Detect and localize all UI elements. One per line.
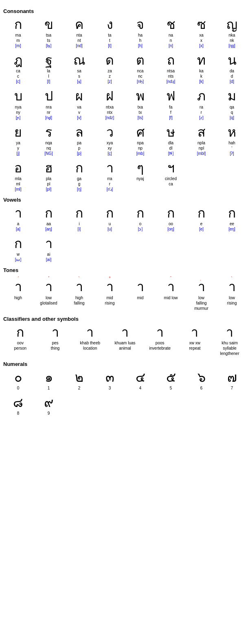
list-item: ฎ cac [c] [3,52,33,85]
consonants-title: Consonants [3,8,247,14]
list-item: ต ncanc [nḥ] [125,52,155,85]
list-item: ล pap [p] [64,124,94,157]
list-item: บ nyany [ɲ] [3,88,33,121]
vowels-row-1: า a [a] ก aa [aŋ] ก i [i] ก u [u] ก o [ɔ… [3,205,247,233]
list-item: ท kak [k] [186,52,216,85]
list-item: อ mlaml [ml] [3,160,33,193]
list-item: ๖ 6 [186,370,216,392]
list-item: ๗ 7 [217,370,247,392]
list-item: า ai [ai] [34,236,64,263]
consonants-row-3: บ nyany [ɲ] ป nranr [nd̪] ผ vav [v] ฝ nt… [3,88,247,121]
tones-title: Tones [3,267,247,273]
list-item: ถ ntsants [ndẓ] [156,52,186,85]
list-item: ก oo [oŋ] [156,205,186,233]
list-item: า a [a] [3,205,33,233]
list-item: า khab theeblocation [73,324,107,357]
numerals-title: Numerals [3,361,247,367]
list-item: า khuam luasanimal [108,324,142,357]
list-item: น dad [d] [217,52,247,85]
consonants-row-4: ย yay [j] ร nqanq [NG] ล pap [p] ว xyaxy… [3,124,247,157]
list-item: ร nqanq [NG] [34,124,64,157]
list-item: ˋ า lowrising [217,276,247,311]
list-item: ส nplanpl [mbl] [186,124,216,157]
consonants-row-1: ก mam [m] ข tsats [tṣ] ค ntant [nd] ง ta… [3,17,247,49]
classifiers-title: Classifiers and other symbols [3,316,247,322]
list-item: ษ dladl [tɬ] [156,124,186,157]
list-item: ผ vav [v] [64,88,94,121]
list-item: ˉ า mid low [156,276,186,311]
list-item: ก aa [aŋ] [34,205,64,233]
list-item: ๙ 9 [34,395,64,417]
list-item: ก gag [ŋ] [64,160,94,193]
tones-row: ˊ า high ˊ̇ า lowglotalised ˋ า highfall… [3,276,247,311]
list-item: ข tsats [tṣ] [34,17,64,49]
list-item: จ hah [h] [125,17,155,49]
list-item: ๆ nyaj [125,160,155,193]
tones-section: Tones ˊ า high ˊ̇ า lowglotalised ˋ า hi… [3,267,247,311]
list-item: ด zaz [z] [95,52,125,85]
list-item: า mid [125,276,155,311]
vowels-row-2: ก w [ɯ] า ai [ai] [3,236,247,263]
list-item: ฐ lal [l] [34,52,64,85]
list-item: า poosinvertebrate [143,324,177,357]
classifiers-row: ก oovperson า pesthing า khab theeblocat… [3,324,247,357]
list-item: ๔ 4 [125,370,155,392]
list-item: ก e [e] [186,205,216,233]
list-item: ˋ า highfalling [64,276,94,311]
consonants-row-5: อ mlaml [ml] ฮ plapl [pl] ก gag [ŋ] า rr… [3,160,247,193]
list-item: ก ee [eŋ] [217,205,247,233]
list-item: ฯ circledca [156,160,186,193]
list-item: ซ xax [x] [186,17,216,49]
list-item: า xw xwrepeat [178,324,212,357]
list-item: ˊ า high [3,276,33,311]
list-item: ก i [i] [64,205,94,233]
list-item: ก oovperson [3,324,37,357]
list-item: ห hah' [ʔ] [217,124,247,157]
list-item: ป nranr [nd̪] [34,88,64,121]
list-item: ก mam [m] [3,17,33,49]
list-item: ๕ 5 [156,370,186,392]
list-item: ˊ̇ า lowglotalised [34,276,64,311]
consonants-row-2: ฎ cac [c] ฐ lal [l] ณ sas [ṣ] ด zaz [z] … [3,52,247,85]
list-item: ฝ ntxantx [ndz] [95,88,125,121]
numerals-row-2: ๘ 8 ๙ 9 [3,395,247,417]
list-item: ศ npanp [mb] [125,124,155,157]
list-item: ง tat [t] [95,17,125,49]
list-item: ๘ 8 [3,395,33,417]
vowels-title: Vowels [3,197,247,203]
list-item [217,160,247,193]
list-item: า rrar [r/ɹ] [95,160,125,193]
list-item [186,160,216,193]
list-item: ย yay [j] [3,124,33,157]
list-item: ญ nkank [ŋg] [217,17,247,49]
list-item: ก w [ɯ] [3,236,33,263]
list-item: ฮ plapl [pl] [34,160,64,193]
list-item: ๐ 0 [3,370,33,392]
list-item: ม qaq [q] [217,88,247,121]
list-item: ๑ 1 [34,370,64,392]
list-item: ช nan [n] [156,17,186,49]
list-item: ว xyaxy [ç] [95,124,125,157]
list-item: ̣ า lowfallingmurmur [186,276,216,311]
consonants-section: Consonants ก mam [m] ข tsats [tṣ] ค ntan… [3,8,247,193]
list-item: ก o [ɔ] [125,205,155,233]
list-item: ภ rar [ɾ] [186,88,216,121]
list-item: า khu saimsyllablelengthener [213,324,247,357]
vowels-section: Vowels า a [a] ก aa [aŋ] ก i [i] ก u [u]… [3,197,247,263]
list-item: ก u [u] [95,205,125,233]
list-item: า pesthing [38,324,72,357]
list-item: ๒ 2 [64,370,94,392]
list-item: ณ sas [ṣ] [64,52,94,85]
list-item: ๓ 3 [95,370,125,392]
numerals-row-1: ๐ 0 ๑ 1 ๒ 2 ๓ 3 ๔ 4 ๕ 5 ๖ 6 ๗ 7 [3,370,247,392]
list-item: ค ntant [nd] [64,17,94,49]
classifiers-section: Classifiers and other symbols ก oovperso… [3,316,247,357]
list-item: ° า midrising [95,276,125,311]
list-item: ฟ faf [f] [156,88,186,121]
numerals-section: Numerals ๐ 0 ๑ 1 ๒ 2 ๓ 3 ๔ 4 ๕ 5 ๖ 6 [3,361,247,417]
list-item: พ txatx [ts] [125,88,155,121]
